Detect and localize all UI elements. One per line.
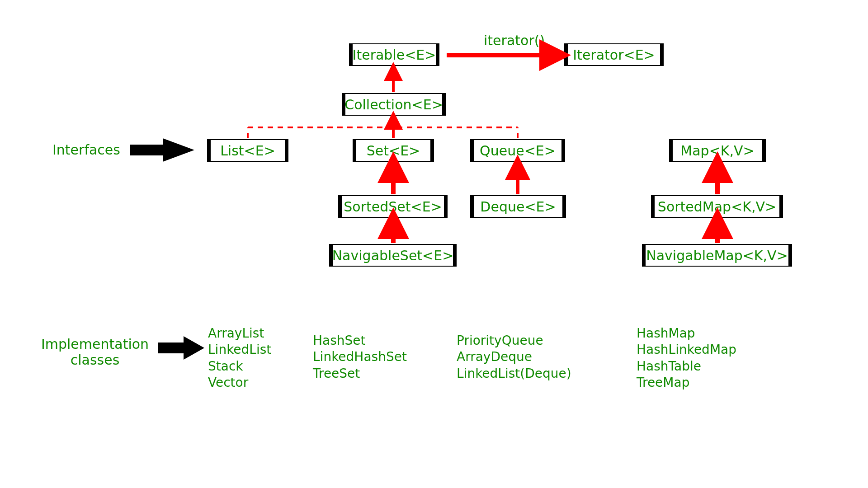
label-interfaces: Interfaces bbox=[52, 142, 120, 158]
label-iterator-method: iterator() bbox=[484, 33, 545, 48]
box-iterator: Iterator<E> bbox=[564, 43, 664, 66]
box-map: Map<K,V> bbox=[669, 139, 766, 162]
impl-queue: PriorityQueueArrayDequeLinkedList(Deque) bbox=[457, 333, 571, 382]
box-list: List<E> bbox=[207, 139, 288, 162]
box-sortedset: SortedSet<E> bbox=[338, 195, 448, 218]
box-sortedmap: SortedMap<K,V> bbox=[651, 195, 783, 218]
impl-list: ArrayListLinkedListStackVector bbox=[208, 325, 271, 391]
box-collection: Collection<E> bbox=[342, 93, 446, 116]
box-deque: Deque<E> bbox=[470, 195, 566, 218]
box-iterable: Iterable<E> bbox=[349, 43, 439, 66]
impl-header-line1: Implementationclasses bbox=[41, 336, 149, 368]
svg-marker-12 bbox=[158, 336, 204, 360]
box-navigableset: NavigableSet<E> bbox=[329, 244, 457, 267]
label-implementation-classes: Implementationclasses bbox=[36, 337, 154, 368]
impl-set: HashSetLinkedHashSetTreeSet bbox=[313, 333, 407, 382]
box-set: Set<E> bbox=[353, 139, 434, 162]
box-navigablemap: NavigableMap<K,V> bbox=[642, 244, 792, 267]
box-queue: Queue<E> bbox=[470, 139, 565, 162]
impl-map: HashMapHashLinkedMapHashTableTreeMap bbox=[637, 325, 736, 391]
svg-marker-11 bbox=[130, 138, 194, 162]
